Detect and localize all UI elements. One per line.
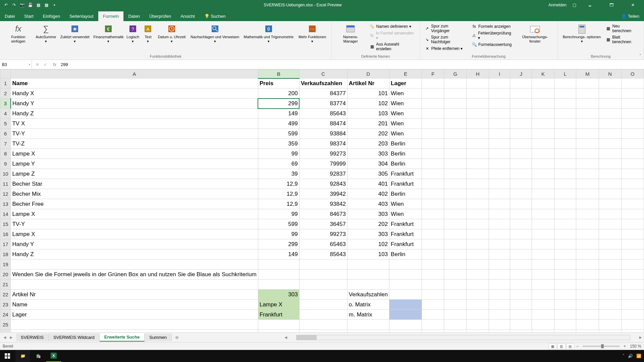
cell-B22[interactable]: 303 (258, 290, 299, 300)
more-functions-button[interactable]: ⋯ Mehr Funktionen ▾ (296, 22, 329, 45)
cell-M9[interactable] (576, 159, 599, 169)
cell-A12[interactable]: Becher Mix (11, 189, 258, 199)
cell-D25[interactable] (347, 320, 389, 330)
cell-C23[interactable] (299, 300, 347, 310)
error-checking-button[interactable]: ⚠Fehlerüberprüfung ▾ (472, 30, 513, 41)
cell-D3[interactable]: 102 (347, 99, 389, 109)
cell-K10[interactable] (532, 169, 554, 179)
cell-I1[interactable] (489, 78, 510, 88)
autosum-button[interactable]: ∑ AutoSumme▾ (35, 22, 57, 45)
cell-F2[interactable] (422, 88, 444, 99)
cell-E25[interactable] (389, 320, 422, 330)
cell-A25[interactable] (11, 320, 258, 330)
cell-G1[interactable] (444, 78, 467, 88)
cell-I25[interactable] (489, 320, 510, 330)
row-header-3[interactable]: 3 (0, 99, 11, 109)
cell-G9[interactable] (444, 159, 467, 169)
cell-F7[interactable] (422, 139, 444, 149)
cell-K12[interactable] (532, 189, 554, 199)
cell-J22[interactable] (510, 290, 532, 300)
cell-I7[interactable] (489, 139, 510, 149)
cell-H19[interactable] (467, 259, 489, 269)
cell-F16[interactable] (422, 229, 444, 239)
cell-L5[interactable] (554, 119, 576, 129)
cell-N14[interactable] (599, 209, 621, 219)
cell-C3[interactable]: 83774 (299, 99, 347, 109)
enter-formula-icon[interactable]: ✓ (41, 62, 49, 67)
cell-K7[interactable] (532, 139, 554, 149)
row-header-24[interactable]: 24 (0, 310, 11, 320)
cell-L11[interactable] (554, 179, 576, 189)
cell-H18[interactable] (467, 249, 489, 259)
cell-H25[interactable] (467, 320, 489, 330)
cell-G24[interactable] (444, 310, 467, 320)
cell-M22[interactable] (576, 290, 599, 300)
cell-O1[interactable] (621, 78, 644, 88)
cell-J6[interactable] (510, 129, 532, 139)
maximize-button[interactable]: 🗖 (604, 0, 619, 10)
cell-N25[interactable] (599, 320, 621, 330)
cell-E10[interactable]: Frankfurt (389, 169, 422, 179)
cell-E1[interactable]: Lager (389, 78, 422, 88)
cell-L15[interactable] (554, 219, 576, 229)
tab-formeln[interactable]: Formeln (98, 11, 124, 21)
cell-D26[interactable] (347, 330, 389, 333)
cell-D10[interactable]: 305 (347, 169, 389, 179)
close-button[interactable]: ✕ (625, 0, 641, 10)
cell-I11[interactable] (489, 179, 510, 189)
cell-C26[interactable] (299, 330, 347, 333)
evaluate-formula-button[interactable]: 🔍Formelauswertung (472, 41, 513, 48)
cell-H4[interactable] (467, 109, 489, 119)
cell-J13[interactable] (510, 199, 532, 209)
cell-M26[interactable] (576, 330, 599, 333)
cell-O9[interactable] (621, 159, 644, 169)
cell-J24[interactable] (510, 310, 532, 320)
cell-B20[interactable] (258, 269, 299, 280)
add-sheet-button[interactable]: ⊕ (172, 335, 182, 340)
cell-K15[interactable] (532, 219, 554, 229)
cell-I9[interactable] (489, 159, 510, 169)
cell-C15[interactable]: 36457 (299, 219, 347, 229)
cell-J18[interactable] (510, 249, 532, 259)
column-header-H[interactable]: H (467, 70, 489, 78)
cell-L23[interactable] (554, 300, 576, 310)
cell-M16[interactable] (576, 229, 599, 239)
cell-B3[interactable]: 299 (258, 99, 299, 109)
cell-E15[interactable]: Frankfurt (389, 219, 422, 229)
cell-J15[interactable] (510, 219, 532, 229)
cell-C14[interactable]: 84673 (299, 209, 347, 219)
cell-B4[interactable]: 149 (258, 109, 299, 119)
column-header-N[interactable]: N (599, 70, 621, 78)
cell-K3[interactable] (532, 99, 554, 109)
cell-N7[interactable] (599, 139, 621, 149)
cell-M3[interactable] (576, 99, 599, 109)
cell-E16[interactable]: Frankfurt (389, 229, 422, 239)
cell-F21[interactable] (422, 280, 444, 290)
cell-G23[interactable] (444, 300, 467, 310)
cell-H22[interactable] (467, 290, 489, 300)
logical-button[interactable]: ? Logisch▾ (125, 22, 141, 45)
cell-O3[interactable] (621, 99, 644, 109)
cell-I14[interactable] (489, 209, 510, 219)
row-header-23[interactable]: 23 (0, 300, 11, 310)
cell-A6[interactable]: TV-Y (11, 129, 258, 139)
sheet-nav-prev-icon[interactable]: ◄ (3, 335, 7, 340)
cell-G10[interactable] (444, 169, 467, 179)
calculate-now-button[interactable]: ▦Neu berechnen (606, 23, 639, 34)
cell-G17[interactable] (444, 239, 467, 249)
cell-F22[interactable] (422, 290, 444, 300)
cell-I4[interactable] (489, 109, 510, 119)
cell-D16[interactable]: 303 (347, 229, 389, 239)
cell-K17[interactable] (532, 239, 554, 249)
cell-O4[interactable] (621, 109, 644, 119)
cell-K8[interactable] (532, 149, 554, 159)
cell-H13[interactable] (467, 199, 489, 209)
cell-H23[interactable] (467, 300, 489, 310)
cell-J4[interactable] (510, 109, 532, 119)
cell-B23[interactable]: Lampe X (258, 300, 299, 310)
cell-G26[interactable] (444, 330, 467, 333)
cell-M13[interactable] (576, 199, 599, 209)
calculation-options-button[interactable]: Berechnungs- optionen ▾ (560, 22, 603, 45)
cell-F18[interactable] (422, 249, 444, 259)
cell-I12[interactable] (489, 189, 510, 199)
